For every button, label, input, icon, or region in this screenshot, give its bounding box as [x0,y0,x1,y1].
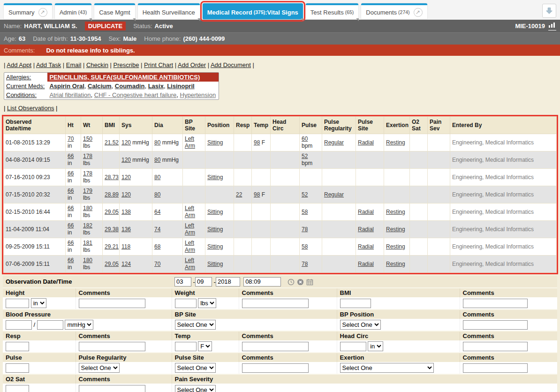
pain-severity-select[interactable]: Select One [175,385,216,392]
observation-value-link[interactable]: 136 [121,226,131,233]
medication-link[interactable]: Lisinopril [167,83,195,90]
observation-value-link[interactable]: Resting [386,139,405,146]
observation-value-link[interactable]: 181 [83,240,92,246]
bmi-input[interactable] [340,299,371,308]
observation-value-link[interactable]: 138 [121,209,131,215]
pulse-regularity-select[interactable]: Select One [79,363,120,373]
observation-value-link[interactable]: 70 [68,136,74,142]
action-link-add-document[interactable]: Add Document [211,61,251,68]
observation-value-link[interactable]: 28.89 [105,191,119,198]
weight-comments-input[interactable] [242,299,309,308]
observation-value-link[interactable]: 66 [68,205,74,211]
observation-value-link[interactable]: 124 [121,261,131,267]
tab-health-surveillance[interactable]: Health Surveillance [138,3,200,19]
weight-input[interactable] [175,299,197,308]
observation-value-link[interactable]: 80 [154,191,160,198]
observation-value-link[interactable]: Radial [358,226,374,233]
observation-value-link[interactable]: 98 [254,191,260,198]
observation-value-link[interactable]: 66 [68,222,74,229]
observation-value-link[interactable]: 66 [68,257,74,264]
medication-link[interactable]: Calcium [88,83,112,90]
action-link-checkin[interactable]: Checkin [86,61,108,68]
observation-value-link[interactable]: Resting [386,261,405,267]
observation-value-link[interactable]: 28.73 [105,174,119,181]
observation-value-link[interactable]: 78 [302,226,308,233]
observation-value-link[interactable]: Left Arm [185,257,195,271]
observation-value-link[interactable]: 98 [254,139,260,146]
height-unit-select[interactable]: in [31,298,46,308]
pulse-comments-input[interactable] [242,363,309,373]
observation-value-link[interactable]: 118 [121,243,130,250]
observation-value-link[interactable]: 178 [83,170,92,177]
observation-value-link[interactable]: 68 [154,243,160,250]
bp-unit-select[interactable]: mmHg [65,320,93,330]
medication-link[interactable]: Coumadin [115,83,145,90]
tab-case-mgmt[interactable]: Case Mgmt [94,3,135,19]
observation-value-link[interactable]: 120 [121,174,131,181]
observation-value-link[interactable]: 66 [68,188,74,194]
observation-value-link[interactable]: Radial [358,139,374,146]
condition-link[interactable]: Atrial fibrillation [49,91,91,98]
observation-value-link[interactable]: 70 [154,261,160,267]
observation-value-link[interactable]: 178 [83,153,92,159]
bp-diastolic-input[interactable] [37,320,63,330]
list-observations-link[interactable]: List Observations [7,105,54,112]
observation-value-link[interactable]: Left Arm [185,136,195,149]
medication-link[interactable]: Aspirin Oral [49,83,84,90]
observation-value-link[interactable]: Sitting [207,261,223,267]
action-link-prescribe[interactable]: Prescribe [114,61,139,68]
date-year-input[interactable] [216,277,240,286]
tab-admin[interactable]: Admin (43) [55,3,92,19]
conditions-link[interactable]: Conditions: [6,91,37,98]
observation-value-link[interactable]: 66 [68,240,74,246]
observation-value-link[interactable]: 52 [302,191,308,198]
tab-summary[interactable]: Summary↗ [4,3,52,19]
observation-value-link[interactable]: Sitting [207,139,223,146]
clear-date-icon[interactable] [297,279,304,286]
exertion-select[interactable]: Select One [340,363,434,373]
medication-link[interactable]: Lasix [148,83,164,90]
observation-value-link[interactable]: Regular [324,191,344,198]
observation-value-link[interactable]: 66 [68,153,74,159]
observation-value-link[interactable]: Left Arm [185,222,195,236]
head-circ-comments-input[interactable] [463,342,528,351]
observation-value-link[interactable]: Radial [358,261,374,267]
observation-value-link[interactable]: 58 [302,243,308,250]
observation-value-link[interactable]: 120 [121,139,131,146]
observation-value-link[interactable]: Sitting [207,209,223,215]
observation-value-link[interactable]: 179 [83,188,92,194]
observation-value-link[interactable]: Radial [358,209,374,215]
observation-value-link[interactable]: 58 [302,209,308,215]
external-link-icon[interactable]: ↗ [414,8,423,17]
allergy-value-link[interactable]: PENICILLINS, SULFA(SULFONAMIDE ANTIBIOTI… [49,74,200,81]
height-comments-input[interactable] [79,299,145,308]
observation-value-link[interactable]: 180 [83,257,92,264]
observation-value-link[interactable]: Left Arm [185,205,195,219]
condition-link[interactable]: CHF - Congestive heart failure [94,91,177,98]
action-link-email[interactable]: Email [66,61,82,68]
exertion-comments-input[interactable] [463,363,528,373]
observation-value-link[interactable]: 80 [154,174,160,181]
resp-comments-input[interactable] [79,342,145,351]
observation-value-link[interactable]: Resting [386,209,405,215]
o2-sat-comments-input[interactable] [79,385,145,392]
observation-value-link[interactable]: 120 [121,157,131,163]
observation-value-link[interactable]: Left Arm [185,240,195,253]
observation-value-link[interactable]: 180 [83,205,92,211]
date-month-input[interactable] [174,277,191,286]
height-input[interactable] [6,299,29,308]
head-circ-unit-select[interactable]: in [368,341,383,351]
date-day-input[interactable] [195,277,212,286]
external-link-icon[interactable]: ↗ [38,8,47,17]
temp-input[interactable] [175,342,197,351]
observation-value-link[interactable]: 64 [154,209,160,215]
temp-comments-input[interactable] [242,342,309,351]
bp-position-select[interactable]: Select One [340,320,381,330]
action-link-add-appt[interactable]: Add Appt [7,61,31,68]
observation-value-link[interactable]: 80 [154,139,160,146]
observation-value-link[interactable]: 29.05 [105,261,119,267]
observation-value-link[interactable]: Sitting [207,174,223,181]
observation-value-link[interactable]: Resting [386,243,405,250]
resp-input[interactable] [6,342,29,351]
pulse-input[interactable] [6,363,29,373]
